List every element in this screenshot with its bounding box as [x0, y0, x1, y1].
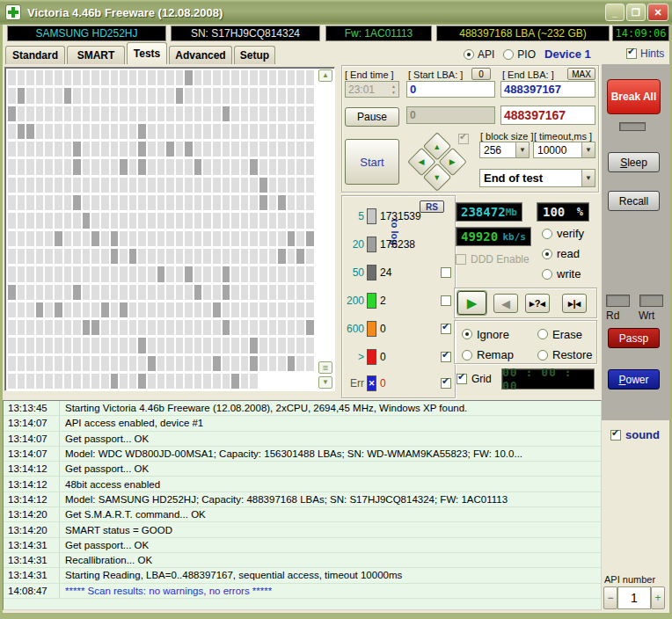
grid-cell: [101, 124, 109, 139]
grid-cell: [101, 178, 109, 193]
grid-cell: [194, 195, 202, 210]
grid-cell: [176, 231, 184, 246]
grid-cell: [250, 178, 258, 193]
grid-cell: [223, 266, 230, 281]
log-row: 13:14:20SMART status = GOOD: [4, 522, 601, 537]
api-number-value[interactable]: 1: [617, 586, 651, 609]
grid-cell: [55, 231, 62, 246]
counter-row-200: 2002✔: [345, 292, 450, 310]
grid-cell: [176, 285, 184, 300]
grid-cell: [250, 356, 258, 371]
counter-log-checkbox[interactable]: ✔: [441, 267, 451, 278]
end-lba-max-button[interactable]: MAX: [567, 68, 595, 80]
pause-button[interactable]: Pause: [345, 107, 399, 127]
grid-cell: [45, 178, 53, 193]
grid-scroll-up-button[interactable]: ▲: [318, 69, 332, 82]
end-time-spinner[interactable]: ▲▼: [391, 84, 396, 96]
close-button[interactable]: ✕: [647, 4, 668, 21]
grid-cell: [250, 302, 258, 317]
grid-cell: [259, 266, 267, 281]
grid-scroll-down-button[interactable]: ▼: [318, 376, 332, 389]
minimize-button[interactable]: _: [605, 4, 625, 21]
grid-cell: [194, 338, 202, 353]
grid-cell: [18, 231, 26, 246]
log-row-empty: [4, 599, 601, 610]
restore-radio[interactable]: [537, 350, 548, 360]
mb-passed-display: 238472 Mb: [456, 202, 522, 222]
grid-cell: [269, 124, 277, 139]
start-lba-input[interactable]: 0: [406, 81, 495, 98]
pio-radio[interactable]: [503, 49, 514, 60]
write-radio[interactable]: [542, 269, 552, 280]
sound-checkbox[interactable]: ✔: [610, 430, 621, 441]
remap-radio[interactable]: [462, 350, 472, 360]
grid-cell: [296, 88, 304, 103]
verify-radio[interactable]: [542, 229, 552, 239]
counter-swatch: [367, 265, 376, 280]
grid-legend-button[interactable]: ≡: [318, 361, 332, 374]
log-row: 13:14:07API access enabled, device #1: [4, 416, 601, 431]
title-bar[interactable]: Victoria 4.46b Freeware (12.08.2008) _ ❐…: [0, 0, 672, 25]
grid-cell: [250, 320, 258, 335]
ignore-radio[interactable]: [462, 329, 472, 339]
erase-radio[interactable]: [537, 329, 548, 339]
grid-cell: [8, 356, 16, 371]
grid-cell: [296, 195, 304, 210]
tab-smart[interactable]: SMART: [67, 46, 125, 64]
counter-log-checkbox[interactable]: ✔: [441, 324, 451, 334]
hints-option: ✔ Hints: [626, 47, 664, 60]
power-button[interactable]: Power: [608, 369, 660, 390]
recall-button[interactable]: Recall: [608, 191, 660, 211]
mode-option-write: write: [542, 267, 584, 280]
break-all-button[interactable]: Break All: [607, 79, 661, 114]
hints-checkbox[interactable]: ✔: [626, 48, 637, 59]
back-button[interactable]: ◀: [493, 294, 518, 313]
ddd-enable-checkbox[interactable]: ✔: [456, 254, 466, 265]
grid-cell: [64, 356, 72, 371]
seek-pad-checkbox[interactable]: ✔: [458, 134, 469, 144]
read-radio[interactable]: [542, 249, 552, 259]
end-time-input[interactable]: 23:01 ▲▼: [345, 81, 399, 98]
maximize-button[interactable]: ❐: [626, 4, 646, 21]
grid-cell: [120, 88, 128, 103]
timeout-select[interactable]: 10000▼: [533, 142, 595, 158]
tab-setup[interactable]: Setup: [234, 46, 275, 64]
grid-cell: [288, 142, 296, 157]
jump-question-button[interactable]: ▸?◂: [525, 294, 550, 313]
chevron-down-icon[interactable]: ▼: [581, 170, 595, 186]
grid-cell: [111, 124, 119, 139]
sleep-button[interactable]: Sleep: [608, 152, 660, 172]
api-number-plus-button[interactable]: +: [651, 586, 665, 609]
after-test-select[interactable]: End of test▼: [479, 169, 595, 187]
block-size-select[interactable]: 256▼: [479, 142, 530, 158]
grid-cell: [185, 285, 193, 300]
grid-cell: [259, 249, 267, 264]
chevron-down-icon[interactable]: ▼: [581, 142, 595, 157]
grid-cell: [259, 285, 267, 300]
grid-cell: [111, 178, 119, 193]
start-button[interactable]: Start: [345, 139, 399, 185]
chevron-down-icon[interactable]: ▼: [515, 142, 529, 157]
grid-cell: [18, 106, 26, 121]
start-lba-zero-button[interactable]: 0: [471, 68, 491, 80]
grid-cell: [176, 249, 184, 264]
play-button[interactable]: ▶: [457, 291, 486, 315]
tab-advanced[interactable]: Advanced: [169, 46, 232, 64]
grid-cell: [203, 285, 211, 300]
grid-checkbox[interactable]: ✔: [457, 374, 467, 384]
grid-cell: [18, 266, 26, 281]
counter-log-checkbox[interactable]: ✔: [441, 378, 451, 389]
end-lba-input[interactable]: 488397167: [500, 81, 595, 98]
tab-tests[interactable]: Tests: [127, 42, 167, 64]
counter-log-checkbox[interactable]: ✔: [441, 295, 451, 306]
tab-standard[interactable]: Standard: [5, 46, 65, 64]
api-radio[interactable]: [464, 49, 474, 60]
counter-log-checkbox[interactable]: ✔: [441, 352, 451, 362]
grid-cell: [101, 106, 109, 121]
api-number-minus-button[interactable]: −: [603, 586, 617, 609]
grid-cell: [55, 285, 62, 300]
jump-end-button[interactable]: ▸|◂: [562, 294, 587, 313]
event-log[interactable]: 13:13:45Starting Victoria 4.46b Freeware…: [3, 400, 602, 610]
grid-cell: [185, 124, 193, 139]
passport-button[interactable]: Passp: [608, 328, 660, 348]
